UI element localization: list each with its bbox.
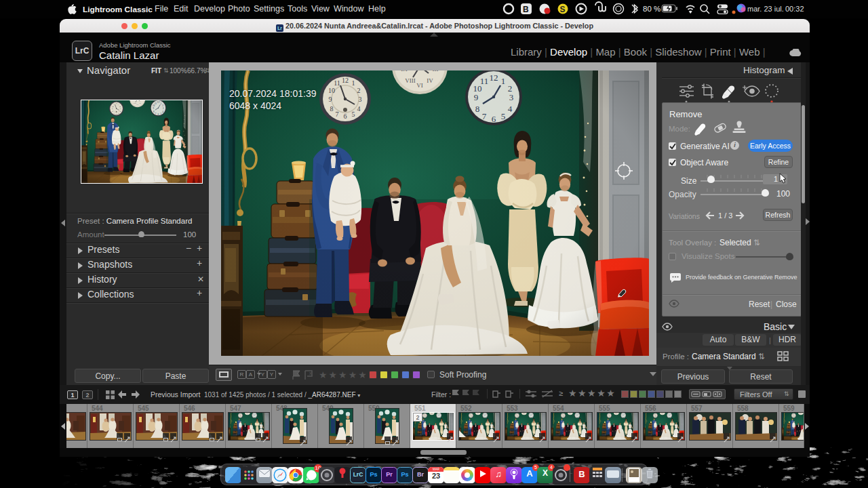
svg-text:80 %: 80 %	[643, 5, 660, 13]
svg-text:B: B	[523, 5, 529, 14]
svg-text:S: S	[560, 5, 566, 14]
svg-text:x: x	[309, 371, 312, 375]
